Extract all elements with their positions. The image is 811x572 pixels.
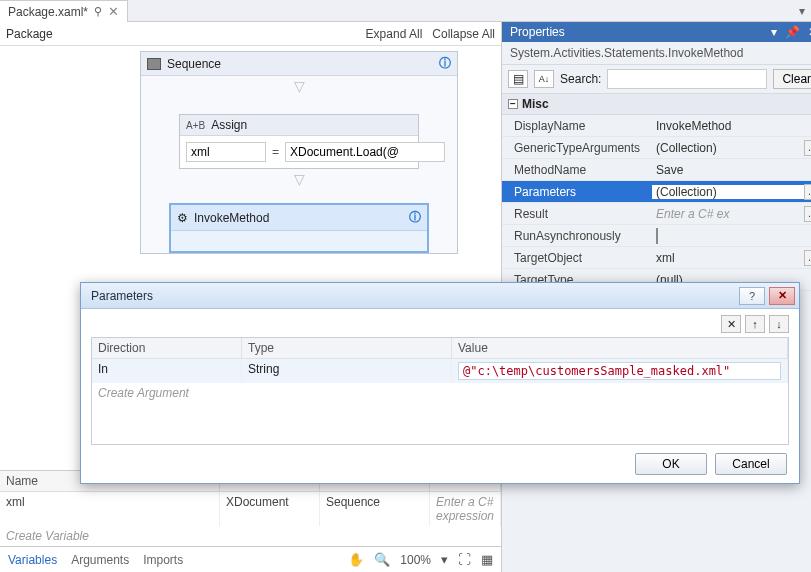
close-tab-icon[interactable]: ✕: [108, 5, 119, 18]
ellipsis-button[interactable]: …: [804, 140, 811, 156]
footer-tab-imports[interactable]: Imports: [143, 553, 183, 567]
validation-icon[interactable]: ⓘ: [439, 55, 451, 72]
tab-dropdown-icon[interactable]: ▾: [799, 4, 805, 18]
properties-type-label: System.Activities.Statements.InvokeMetho…: [502, 42, 811, 65]
properties-title-bar: Properties ▾ 📌 ✕: [502, 22, 811, 42]
pin-icon[interactable]: ⚲: [94, 5, 102, 18]
var-scope[interactable]: Sequence: [320, 492, 430, 526]
prop-displayname[interactable]: DisplayName InvokeMethod: [502, 115, 811, 137]
document-tab-title: Package.xaml*: [8, 5, 88, 19]
ok-button[interactable]: OK: [635, 453, 707, 475]
parameter-row[interactable]: In String @"c:\temp\customersSample_mask…: [92, 359, 788, 383]
parameters-dialog: Parameters ? ✕ ✕ ↑ ↓ Direction Type Valu…: [80, 282, 800, 484]
dropdown-icon[interactable]: ▾: [771, 25, 777, 39]
create-variable-hint[interactable]: Create Variable: [0, 526, 501, 546]
zoom-icon[interactable]: 🔍: [374, 552, 390, 567]
dropdown-icon[interactable]: ▾: [804, 273, 811, 287]
var-name[interactable]: xml: [0, 492, 220, 526]
categorized-view-icon[interactable]: ▤: [508, 70, 528, 88]
footer-tab-variables[interactable]: Variables: [8, 553, 57, 567]
prop-runasynchronously[interactable]: RunAsynchronously: [502, 225, 811, 247]
breadcrumb[interactable]: Package: [6, 27, 53, 41]
expand-all-link[interactable]: Expand All: [366, 27, 423, 41]
delete-argument-button[interactable]: ✕: [721, 315, 741, 333]
designer-footer: Variables Arguments Imports ✋ 🔍 100% ▾ ⛶…: [0, 546, 501, 572]
assign-icon: A+B: [186, 120, 205, 131]
move-down-button[interactable]: ↓: [769, 315, 789, 333]
fit-to-screen-icon[interactable]: ⛶: [458, 552, 471, 567]
assign-value-input[interactable]: [285, 142, 445, 162]
properties-toolbar: ▤ A↓ Search: Clear: [502, 65, 811, 94]
param-value-input[interactable]: @"c:\temp\customersSample_masked.xml": [458, 362, 781, 380]
prop-generictypearguments[interactable]: GenericTypeArguments (Collection) …: [502, 137, 811, 159]
checkbox[interactable]: [656, 228, 658, 244]
zoom-dropdown-icon[interactable]: ▾: [441, 552, 448, 567]
overview-icon[interactable]: ▦: [481, 552, 493, 567]
tab-bar: Package.xaml* ⚲ ✕ ▾: [0, 0, 811, 22]
sequence-icon: [147, 58, 161, 70]
help-button[interactable]: ?: [739, 287, 765, 305]
col-direction[interactable]: Direction: [92, 338, 242, 359]
parameters-grid: Direction Type Value In String @"c:\temp…: [91, 337, 789, 445]
prop-parameters[interactable]: Parameters (Collection) …: [502, 181, 811, 203]
gear-icon: [177, 211, 188, 225]
document-tab[interactable]: Package.xaml* ⚲ ✕: [0, 0, 128, 22]
assign-activity[interactable]: A+B Assign =: [179, 114, 419, 169]
dialog-toolbar: ✕ ↑ ↓: [81, 309, 799, 337]
search-label: Search:: [560, 72, 601, 86]
prop-methodname[interactable]: MethodName Save: [502, 159, 811, 181]
connector-arrow-icon: ▽: [141, 169, 457, 189]
close-button[interactable]: ✕: [769, 287, 795, 305]
col-type[interactable]: Type: [242, 338, 452, 359]
clear-search-button[interactable]: Clear: [773, 69, 811, 89]
move-up-button[interactable]: ↑: [745, 315, 765, 333]
assign-label: Assign: [211, 118, 247, 132]
sequence-label: Sequence: [167, 57, 221, 71]
alphabetical-view-icon[interactable]: A↓: [534, 70, 554, 88]
dialog-title-bar[interactable]: Parameters ? ✕: [81, 283, 799, 309]
prop-targetobject[interactable]: TargetObject xml …: [502, 247, 811, 269]
param-type[interactable]: String: [242, 359, 452, 383]
prop-result[interactable]: Result Enter a C# ex …: [502, 203, 811, 225]
collapse-all-link[interactable]: Collapse All: [432, 27, 495, 41]
pan-icon[interactable]: ✋: [348, 552, 364, 567]
var-type[interactable]: XDocument: [220, 492, 320, 526]
properties-search-input[interactable]: [607, 69, 767, 89]
properties-title: Properties: [510, 25, 565, 39]
ellipsis-button[interactable]: …: [804, 184, 811, 200]
collapse-icon[interactable]: −: [508, 99, 518, 109]
assign-to-input[interactable]: [186, 142, 266, 162]
invokemethod-label: InvokeMethod: [194, 211, 269, 225]
breadcrumb-bar: Package Expand All Collapse All: [0, 22, 501, 46]
validation-icon[interactable]: ⓘ: [409, 209, 421, 226]
footer-tab-arguments[interactable]: Arguments: [71, 553, 129, 567]
invokemethod-activity[interactable]: InvokeMethod ⓘ: [169, 203, 429, 253]
equals-label: =: [272, 145, 279, 159]
dialog-title: Parameters: [91, 289, 153, 303]
sequence-activity[interactable]: Sequence ⓘ ▽ A+B Assign = ▽: [140, 51, 458, 254]
pin-icon[interactable]: 📌: [785, 25, 800, 39]
zoom-level[interactable]: 100%: [400, 553, 431, 567]
ellipsis-button[interactable]: …: [804, 250, 811, 266]
tab-bar-filler: ▾: [128, 0, 811, 22]
connector-arrow-icon: ▽: [141, 76, 457, 96]
col-value[interactable]: Value: [452, 338, 788, 359]
var-default[interactable]: Enter a C# expression: [430, 492, 501, 526]
create-argument-hint[interactable]: Create Argument: [92, 383, 788, 403]
cancel-button[interactable]: Cancel: [715, 453, 787, 475]
ellipsis-button[interactable]: …: [804, 206, 811, 222]
param-direction[interactable]: In: [92, 359, 242, 383]
property-category-misc[interactable]: − Misc: [502, 94, 811, 115]
variable-row[interactable]: xml XDocument Sequence Enter a C# expres…: [0, 492, 501, 526]
